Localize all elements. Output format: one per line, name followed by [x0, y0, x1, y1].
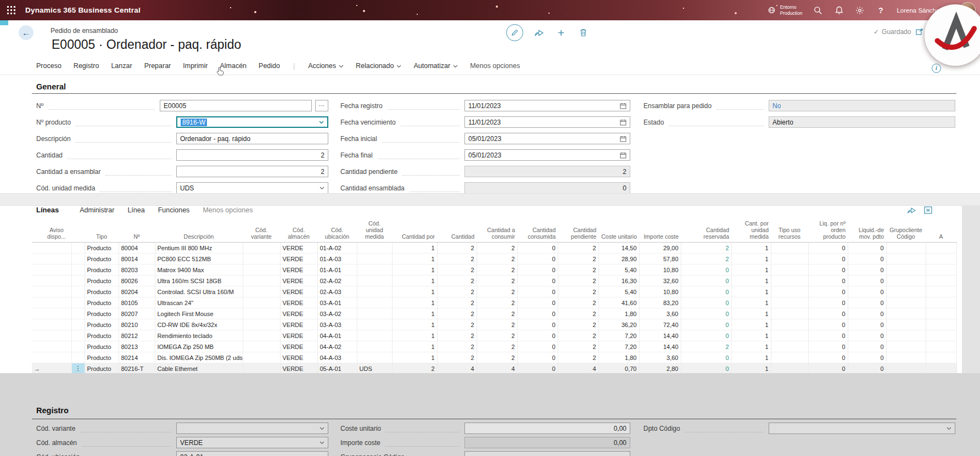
cell-cantidad_pendiente[interactable]: 2	[558, 254, 598, 264]
cell-grupocliente[interactable]	[886, 330, 926, 341]
cell-descripcion[interactable]: Rendimiento teclado	[155, 330, 243, 341]
field-cantidad-pendiente[interactable]: 2	[464, 166, 630, 177]
chevron-down-icon[interactable]	[317, 121, 324, 124]
cell-aviso[interactable]	[42, 319, 71, 330]
cell-extra[interactable]	[926, 308, 956, 319]
cell-cantidad_por[interactable]: 1	[392, 243, 437, 254]
cell-tipo[interactable]: Producto	[85, 286, 119, 297]
cell-importe_coste[interactable]: 3,60	[639, 352, 681, 363]
cell-tipo_uso_recursos[interactable]	[771, 264, 808, 275]
bell-icon[interactable]	[834, 5, 844, 15]
cell-aviso[interactable]	[42, 352, 71, 363]
cell-importe_coste[interactable]: 2,80	[639, 363, 681, 374]
cell-cantidad[interactable]: 2	[437, 254, 477, 264]
cell-coste_unitario[interactable]: 41,60	[598, 297, 639, 308]
cell-cod_variante[interactable]	[243, 341, 280, 352]
field-no-producto[interactable]: 8916-W	[176, 116, 328, 128]
cell-cod_ubicacion[interactable]: 01-A-03	[317, 254, 357, 264]
table-row[interactable]: Producto80210CD-RW IDE 8x/4x/32xVERDE03-…	[32, 319, 956, 330]
cell-tipo_uso_recursos[interactable]	[771, 330, 808, 341]
cell-grupocliente[interactable]	[886, 363, 926, 374]
column-header-grupocliente[interactable]: Grupocliente Código	[886, 219, 926, 243]
cell-cod_ubicacion[interactable]: 04-A-01	[317, 330, 357, 341]
calendar-icon[interactable]	[618, 119, 626, 126]
table-row[interactable]: →⋮Producto80216-TCable EthernetVERDE05-A…	[32, 363, 956, 374]
chevron-down-icon[interactable]	[317, 187, 324, 190]
cell-marker[interactable]	[32, 254, 42, 264]
cell-extra[interactable]	[926, 297, 956, 308]
table-row[interactable]: Producto80213IOMEGA Zip 250 MBVERDE04-A-…	[32, 341, 956, 352]
cell-cod_variante[interactable]	[243, 330, 280, 341]
action-bar-item-preparar[interactable]: Preparar	[144, 62, 171, 70]
cell-cod_almacen[interactable]: VERDE	[280, 275, 317, 286]
cell-cantidad_reservada[interactable]: 2	[681, 243, 731, 254]
cell-cod_almacen[interactable]: VERDE	[280, 297, 317, 308]
cell-handle[interactable]	[71, 352, 85, 363]
cell-handle[interactable]	[71, 264, 85, 275]
cell-cantidad_consumida[interactable]: 0	[517, 243, 558, 254]
cell-liquid_mov[interactable]: 0	[848, 352, 886, 363]
cell-cod_unidad_medida[interactable]	[357, 264, 392, 275]
cell-descripcion[interactable]: Ultra 160/m SCSI 18GB	[155, 275, 243, 286]
cell-cod_unidad_medida[interactable]	[357, 297, 392, 308]
cell-tipo_uso_recursos[interactable]	[771, 275, 808, 286]
cell-liq_por_orden[interactable]: 0	[808, 319, 848, 330]
cell-cod_almacen[interactable]: VERDE	[280, 243, 317, 254]
cell-cantidad_reservada[interactable]: 0	[681, 286, 731, 297]
cell-descripcion[interactable]: IOMEGA Zip 250 MB	[155, 341, 243, 352]
cell-tipo[interactable]: Producto	[85, 275, 119, 286]
field-estado[interactable]: Abierto	[769, 116, 955, 128]
field-fecha-vencimiento[interactable]: 11/01/2023	[464, 116, 630, 128]
cell-tipo_uso_recursos[interactable]	[771, 243, 808, 254]
action-bar-item-lanzar[interactable]: Lanzar	[111, 62, 132, 70]
cell-importe_coste[interactable]: 32,60	[639, 275, 681, 286]
cell-cod_almacen[interactable]: VERDE	[280, 264, 317, 275]
cell-cantidad[interactable]: 2	[437, 308, 477, 319]
cell-cantidad_reservada[interactable]: 2	[681, 341, 731, 352]
cell-descripcion[interactable]: Logitech First Mouse	[155, 308, 243, 319]
cell-handle[interactable]	[71, 319, 85, 330]
cell-marker[interactable]	[32, 243, 42, 254]
column-header-cantidad[interactable]: Cantidad	[437, 219, 477, 243]
cell-cantidad_reservada[interactable]: 0	[681, 330, 731, 341]
lines-menu-item-funciones[interactable]: Funciones	[158, 206, 190, 214]
cell-aviso[interactable]	[42, 286, 71, 297]
cell-liquid_mov[interactable]: 0	[848, 243, 886, 254]
cell-marker[interactable]	[32, 330, 42, 341]
table-row[interactable]: Producto80026Ultra 160/m SCSI 18GBVERDE0…	[32, 275, 956, 286]
cell-cod_ubicacion[interactable]: 01-A-02	[317, 243, 357, 254]
cell-no[interactable]: 80207	[119, 308, 155, 319]
field-importe-coste[interactable]: 0,00	[464, 437, 630, 448]
cell-descripcion[interactable]: Cable Ethernet	[155, 363, 243, 374]
cell-importe_coste[interactable]: 14,40	[639, 330, 681, 341]
cell-aviso[interactable]	[42, 341, 71, 352]
calendar-icon[interactable]	[618, 103, 626, 109]
cell-cod_ubicacion[interactable]: 03-A-01	[317, 297, 357, 308]
cell-cant_por_unidad_medida[interactable]: 1	[731, 297, 771, 308]
cell-cod_unidad_medida[interactable]	[357, 243, 392, 254]
field-fecha-inicial[interactable]: 05/01/2023	[464, 133, 630, 144]
field-cantidad-ensamblada[interactable]: 0	[464, 182, 630, 194]
registro-section-heading[interactable]: Registro	[36, 406, 69, 415]
cell-cant_por_unidad_medida[interactable]: 1	[731, 341, 771, 352]
cell-cant_por_unidad_medida[interactable]: 1	[731, 243, 771, 254]
cell-liquid_mov[interactable]: 0	[848, 330, 886, 341]
lines-menu-item-administrar[interactable]: Administrar	[80, 206, 114, 214]
cell-cod_unidad_medida[interactable]	[357, 352, 392, 363]
cell-cod_ubicacion[interactable]: 03-A-03	[317, 319, 357, 330]
cell-liquid_mov[interactable]: 0	[848, 363, 886, 374]
cell-grupocliente[interactable]	[886, 264, 926, 275]
trash-icon[interactable]	[577, 27, 589, 39]
cell-cantidad_consumida[interactable]: 0	[517, 286, 558, 297]
app-launcher-icon[interactable]	[0, 0, 22, 20]
cell-marker[interactable]	[32, 352, 42, 363]
cell-cantidad_consumida[interactable]: 0	[517, 363, 558, 374]
cell-aviso[interactable]	[42, 363, 71, 374]
field-cod-ubicacion[interactable]: 02-A-01···	[176, 451, 328, 456]
cell-cod_unidad_medida[interactable]	[357, 319, 392, 330]
cell-marker[interactable]	[32, 297, 42, 308]
cell-cantidad_por[interactable]: 1	[392, 264, 437, 275]
cell-cod_variante[interactable]	[243, 243, 280, 254]
edit-pencil-icon[interactable]	[506, 24, 523, 41]
cell-extra[interactable]	[926, 352, 956, 363]
